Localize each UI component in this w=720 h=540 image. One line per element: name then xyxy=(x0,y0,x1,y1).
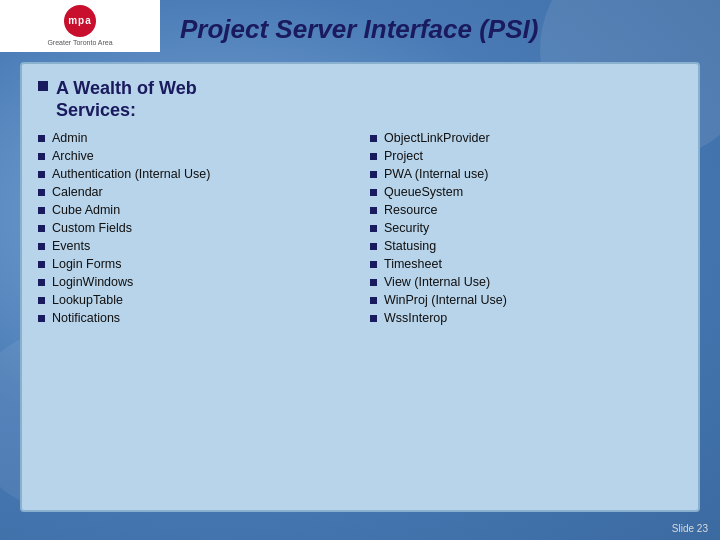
logo-area: mpa Greater Toronto Area xyxy=(47,5,112,47)
slide-number: Slide 23 xyxy=(672,523,708,534)
mini-bullet xyxy=(38,279,45,286)
list-item: Notifications xyxy=(38,311,350,325)
mini-bullet xyxy=(370,297,377,304)
mini-bullet xyxy=(38,261,45,268)
heading-bullet xyxy=(38,81,48,91)
mini-bullet xyxy=(370,315,377,322)
list-item: Login Forms xyxy=(38,257,350,271)
list-item: Archive xyxy=(38,149,350,163)
list-item: Events xyxy=(38,239,350,253)
mini-bullet xyxy=(38,153,45,160)
mini-bullet xyxy=(370,171,377,178)
logo-text: mpa xyxy=(68,15,92,26)
list-item: View (Internal Use) xyxy=(370,275,682,289)
item-text: Admin xyxy=(52,131,87,145)
list-item: Custom Fields xyxy=(38,221,350,235)
slide-title: Project Server Interface (PSI) xyxy=(180,14,700,45)
list-item: Calendar xyxy=(38,185,350,199)
content-card: A Wealth of Web Services: Admin Archive … xyxy=(20,62,700,512)
list-item: Cube Admin xyxy=(38,203,350,217)
item-text: Statusing xyxy=(384,239,436,253)
item-text: Timesheet xyxy=(384,257,442,271)
item-text: LoginWindows xyxy=(52,275,133,289)
item-text: Authentication (Internal Use) xyxy=(52,167,210,181)
item-text: Resource xyxy=(384,203,438,217)
list-item: LookupTable xyxy=(38,293,350,307)
mini-bullet xyxy=(38,243,45,250)
item-text: Cube Admin xyxy=(52,203,120,217)
mini-bullet xyxy=(38,297,45,304)
mini-bullet xyxy=(370,225,377,232)
list-item: Admin xyxy=(38,131,350,145)
left-column: Admin Archive Authentication (Internal U… xyxy=(38,131,360,496)
list-item: Security xyxy=(370,221,682,235)
item-text: Notifications xyxy=(52,311,120,325)
list-item: Authentication (Internal Use) xyxy=(38,167,350,181)
item-text: Security xyxy=(384,221,429,235)
item-text: Project xyxy=(384,149,423,163)
slide-container: mpa Greater Toronto Area Project Server … xyxy=(0,0,720,540)
logo-subtitle: Greater Toronto Area xyxy=(47,39,112,47)
list-item: ObjectLinkProvider xyxy=(370,131,682,145)
mini-bullet xyxy=(370,243,377,250)
item-text: Custom Fields xyxy=(52,221,132,235)
mini-bullet xyxy=(370,279,377,286)
item-text: Events xyxy=(52,239,90,253)
list-item: QueueSystem xyxy=(370,185,682,199)
list-item: WssInterop xyxy=(370,311,682,325)
item-text: WssInterop xyxy=(384,311,447,325)
list-item: PWA (Internal use) xyxy=(370,167,682,181)
mini-bullet xyxy=(370,135,377,142)
item-text: Calendar xyxy=(52,185,103,199)
logo-circle: mpa xyxy=(64,5,96,37)
list-item: Resource xyxy=(370,203,682,217)
title-area: Project Server Interface (PSI) xyxy=(180,14,700,45)
mini-bullet xyxy=(370,261,377,268)
mini-bullet xyxy=(38,189,45,196)
item-text: QueueSystem xyxy=(384,185,463,199)
main-heading: A Wealth of Web Services: xyxy=(38,78,682,121)
item-text: View (Internal Use) xyxy=(384,275,490,289)
list-item: Timesheet xyxy=(370,257,682,271)
mini-bullet xyxy=(38,171,45,178)
mini-bullet xyxy=(38,225,45,232)
heading-text: A Wealth of Web Services: xyxy=(56,78,197,121)
columns-area: Admin Archive Authentication (Internal U… xyxy=(38,131,682,496)
mini-bullet xyxy=(370,153,377,160)
item-text: Login Forms xyxy=(52,257,121,271)
list-item: Statusing xyxy=(370,239,682,253)
mini-bullet xyxy=(370,207,377,214)
item-text: ObjectLinkProvider xyxy=(384,131,490,145)
mini-bullet xyxy=(38,207,45,214)
list-item: Project xyxy=(370,149,682,163)
item-text: WinProj (Internal Use) xyxy=(384,293,507,307)
right-column: ObjectLinkProvider Project PWA (Internal… xyxy=(360,131,682,496)
list-item: WinProj (Internal Use) xyxy=(370,293,682,307)
mini-bullet xyxy=(370,189,377,196)
mini-bullet xyxy=(38,135,45,142)
item-text: Archive xyxy=(52,149,94,163)
list-item: LoginWindows xyxy=(38,275,350,289)
logo-bar: mpa Greater Toronto Area xyxy=(0,0,160,52)
item-text: LookupTable xyxy=(52,293,123,307)
item-text: PWA (Internal use) xyxy=(384,167,488,181)
mini-bullet xyxy=(38,315,45,322)
